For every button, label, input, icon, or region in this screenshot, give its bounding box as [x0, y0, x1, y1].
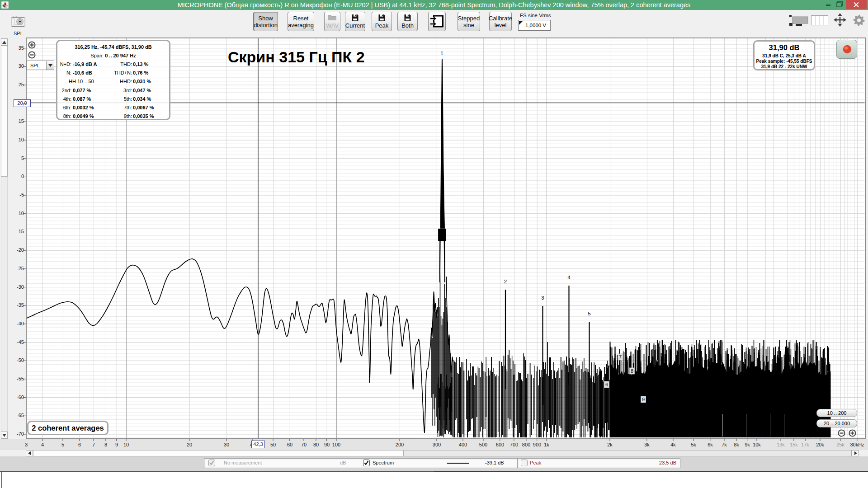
svg-text:9: 9	[642, 397, 644, 402]
svg-text:4: 4	[567, 275, 571, 280]
svg-text:3: 3	[541, 295, 544, 300]
svg-text:8: 8	[630, 368, 633, 374]
svg-text:2: 2	[504, 279, 506, 284]
svg-text:1: 1	[440, 51, 443, 56]
svg-text:7: 7	[618, 354, 621, 360]
svg-text:5: 5	[588, 311, 590, 316]
svg-text:6: 6	[605, 382, 608, 387]
